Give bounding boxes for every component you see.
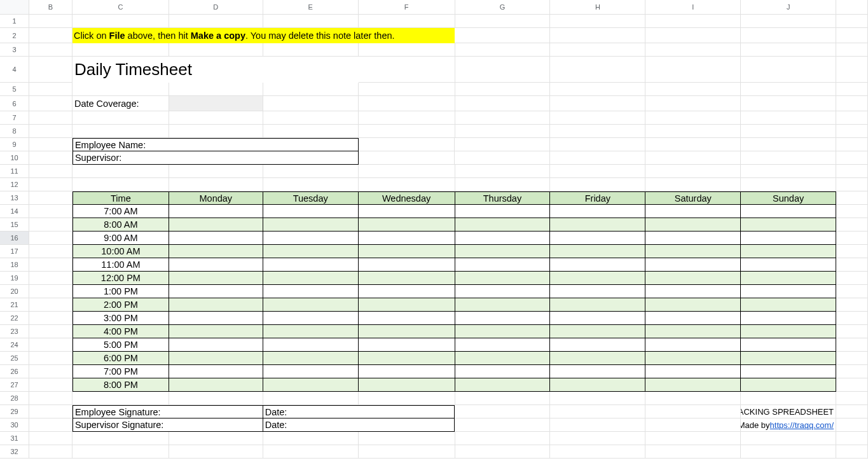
timesheet-cell[interactable] [550,312,645,325]
column-header-B[interactable]: B [29,0,72,15]
column-header-D[interactable]: D [169,0,263,15]
timesheet-cell[interactable] [169,285,263,298]
timesheet-cell[interactable] [359,312,455,325]
timesheet-cell[interactable] [263,365,359,378]
timesheet-cell[interactable] [550,365,645,378]
timesheet-cell[interactable] [263,205,359,218]
timesheet-cell[interactable] [455,352,551,365]
timesheet-cell[interactable] [550,245,645,258]
timesheet-cell[interactable] [741,378,836,392]
timesheet-cell[interactable] [169,205,263,218]
timesheet-cell[interactable] [169,298,263,312]
employee-signature-field[interactable]: Employee Signature: [72,405,263,418]
date-coverage-label[interactable]: Date Coverage: [72,96,169,111]
timesheet-cell[interactable] [550,352,645,365]
timesheet-cell[interactable] [741,205,836,218]
timesheet-cell[interactable] [550,272,645,285]
row-header-7[interactable]: 7 [0,111,29,125]
row-header-30[interactable]: 30 [0,418,29,432]
timesheet-cell[interactable] [645,338,741,352]
timesheet-cell[interactable] [455,378,551,392]
table-header-sunday[interactable]: Sunday [741,191,836,205]
timesheet-cell[interactable] [550,325,645,338]
timesheet-cell[interactable] [359,352,455,365]
time-slot[interactable]: 6:00 PM [72,352,169,365]
timesheet-cell[interactable] [741,338,836,352]
timesheet-cell[interactable] [455,272,551,285]
time-slot[interactable]: 5:00 PM [72,338,169,352]
timesheet-cell[interactable] [741,218,836,232]
table-header-thursday[interactable]: Thursday [455,191,551,205]
employee-name-field[interactable]: Employee Name: [72,138,359,151]
timesheet-cell[interactable] [169,312,263,325]
timesheet-cell[interactable] [550,218,645,232]
row-header-17[interactable]: 17 [0,245,29,258]
timesheet-cell[interactable] [169,365,263,378]
table-header-wednesday[interactable]: Wednesday [359,191,455,205]
timesheet-cell[interactable] [550,258,645,272]
timesheet-cell[interactable] [645,272,741,285]
timesheet-cell[interactable] [169,352,263,365]
time-slot[interactable]: 3:00 PM [72,312,169,325]
timesheet-cell[interactable] [359,258,455,272]
timesheet-cell[interactable] [741,272,836,285]
timesheet-cell[interactable] [263,325,359,338]
select-all-corner[interactable] [0,0,29,15]
row-header-4[interactable]: 4 [0,57,29,83]
timesheet-cell[interactable] [455,285,551,298]
table-header-monday[interactable]: Monday [169,191,263,205]
row-header-27[interactable]: 27 [0,378,29,392]
employee-signature-date[interactable]: Date: [263,405,455,418]
timesheet-cell[interactable] [359,232,455,245]
time-slot[interactable]: 1:00 PM [72,285,169,298]
time-slot[interactable]: 11:00 AM [72,258,169,272]
supervisor-field[interactable]: Supervisor: [72,151,359,165]
timesheet-cell[interactable] [455,218,551,232]
row-header-29[interactable]: 29 [0,405,29,418]
timesheet-cell[interactable] [645,232,741,245]
timesheet-cell[interactable] [645,245,741,258]
timesheet-cell[interactable] [263,272,359,285]
timesheet-cell[interactable] [741,365,836,378]
timesheet-cell[interactable] [359,272,455,285]
timesheet-cell[interactable] [741,285,836,298]
row-header-3[interactable]: 3 [0,43,29,57]
row-header-20[interactable]: 20 [0,285,29,298]
table-header-tuesday[interactable]: Tuesday [263,191,359,205]
timesheet-cell[interactable] [645,325,741,338]
timesheet-cell[interactable] [645,258,741,272]
timesheet-cell[interactable] [455,245,551,258]
timesheet-cell[interactable] [645,298,741,312]
timesheet-cell[interactable] [645,352,741,365]
row-header-28[interactable]: 28 [0,392,29,405]
row-header-25[interactable]: 25 [0,352,29,365]
timesheet-cell[interactable] [550,298,645,312]
timesheet-cell[interactable] [169,338,263,352]
row-header-8[interactable]: 8 [0,125,29,138]
timesheet-cell[interactable] [645,365,741,378]
timesheet-cell[interactable] [455,298,551,312]
time-slot[interactable]: 8:00 PM [72,378,169,392]
timesheet-cell[interactable] [263,352,359,365]
time-slot[interactable]: 2:00 PM [72,298,169,312]
timesheet-cell[interactable] [645,312,741,325]
timesheet-cell[interactable] [359,298,455,312]
row-header-12[interactable]: 12 [0,178,29,191]
column-header-blank[interactable] [836,0,868,15]
row-header-6[interactable]: 6 [0,96,29,111]
timesheet-cell[interactable] [741,245,836,258]
supervisor-signature-field[interactable]: Supervisor Signature: [72,418,263,432]
timesheet-cell[interactable] [455,312,551,325]
time-slot[interactable]: 9:00 AM [72,232,169,245]
timesheet-cell[interactable] [263,258,359,272]
timesheet-cell[interactable] [263,298,359,312]
timesheet-cell[interactable] [455,232,551,245]
row-header-19[interactable]: 19 [0,272,29,285]
timesheet-cell[interactable] [455,338,551,352]
timesheet-cell[interactable] [550,338,645,352]
time-slot[interactable]: 8:00 AM [72,218,169,232]
time-slot[interactable]: 7:00 PM [72,365,169,378]
column-header-J[interactable]: J [741,0,836,15]
row-header-23[interactable]: 23 [0,325,29,338]
row-header-31[interactable]: 31 [0,432,29,445]
